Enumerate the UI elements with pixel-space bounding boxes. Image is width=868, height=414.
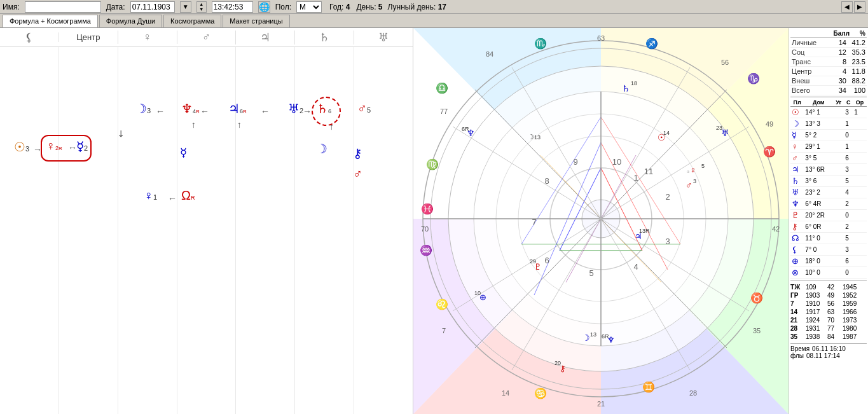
svg-text:6R: 6R — [462, 126, 469, 132]
planet-symbol: ♂ — [790, 153, 804, 164]
planet-c: 2 — [844, 221, 853, 233]
planet-row-item: ⊗10° 00 — [790, 267, 867, 279]
planet-angle — [833, 256, 844, 267]
phases-value: 08.11 17:14 — [806, 352, 840, 359]
planet-row-item: ♀29° 11 — [790, 141, 867, 153]
time-up-btn[interactable]: ▲ — [197, 2, 206, 7]
arrow-s-down: ← — [327, 123, 337, 132]
svg-text:21: 21 — [597, 400, 605, 408]
planet-or — [853, 221, 867, 233]
planet-angle — [833, 153, 844, 164]
bottom-data: ТЖ109421945ГР190349195271910561959141917… — [790, 283, 867, 341]
planet-symbol: ⚸ — [790, 244, 804, 256]
nav-right-btn[interactable]: ▶ — [854, 1, 865, 13]
astro-chart-svg: ♈ ♉ ♊ ♋ ♌ ♍ ♎ ♏ ♐ ♑ ♒ ♓ 63 56 4 — [413, 28, 789, 414]
date-input[interactable] — [130, 1, 175, 13]
planet-deg: 20° 2R — [804, 210, 833, 221]
node-jupiter: ♃6R — [228, 101, 247, 116]
bottom-lbl: 14 — [790, 308, 804, 315]
zodiac-taurus: ♉ — [750, 292, 763, 304]
planet-deg: 5° 2 — [804, 130, 833, 141]
bottom-v1: 1924 — [806, 317, 826, 324]
planet-angle — [833, 176, 844, 187]
time-input[interactable] — [212, 1, 253, 13]
planet-table-header-row: Пл Дом Уг С Ор — [790, 99, 867, 107]
planet-row-item: ⊕18° 06 — [790, 256, 867, 267]
arrow-neptune-down: ← — [189, 121, 199, 130]
planet-or — [853, 153, 867, 164]
node-northnode: ΩR — [181, 188, 195, 203]
planet-or — [853, 130, 867, 141]
zodiac-cancer: ♋ — [534, 387, 547, 399]
planet-or — [853, 198, 867, 210]
node-venus: ♀2R — [46, 139, 62, 153]
gender-select[interactable]: М Ж — [296, 1, 322, 13]
zodiac-pisces: ♓ — [421, 203, 434, 215]
svg-text:3: 3 — [693, 178, 696, 184]
planet-angle — [833, 164, 844, 176]
svg-text:1: 1 — [633, 173, 638, 183]
stats-label: Внеш — [792, 77, 830, 85]
planet-row-item: ♇20° 2R0 — [790, 210, 867, 221]
globe-btn[interactable]: 🌐 — [258, 1, 270, 13]
bottom-v3: 1966 — [843, 308, 857, 315]
tab-page-layout[interactable]: Макет страницы — [223, 15, 289, 27]
planet-col-4: ♂ — [177, 31, 236, 44]
node-mars: ♂5 — [357, 101, 371, 116]
bottom-v1: 1903 — [806, 292, 826, 299]
planet-table-divider — [790, 280, 867, 280]
tab-cosmogram[interactable]: Космограмма — [163, 15, 221, 27]
bottom-v3: 1952 — [843, 292, 857, 299]
bottom-v2: 84 — [827, 333, 841, 340]
stats-val2: 88.2 — [846, 77, 865, 85]
planet-deg: 14° 1 — [804, 107, 833, 118]
stats-rows-container: Личные1441.2Соц1235.3Транс823.5Центр411.… — [790, 38, 867, 95]
bottom-data-row: 281931771980 — [790, 324, 867, 333]
footer-section: Время 06.11 16:10 флы 08.11 17:14 — [790, 343, 867, 359]
planet-or — [853, 267, 867, 279]
planet-row-item: ♄3° 65 — [790, 176, 867, 187]
date-picker-btn[interactable]: ▼ — [180, 1, 191, 13]
planet-row-item: ☊11° 05 — [790, 233, 867, 244]
stats-val1: 4 — [830, 67, 846, 75]
svg-text:13R: 13R — [639, 228, 650, 234]
node-mercury2: ☿ — [180, 146, 187, 160]
tab-formula-soul[interactable]: Формула Души — [99, 15, 162, 27]
stats-val2: 23.5 — [846, 58, 865, 66]
planet-row-item: ⚷6° 0R2 — [790, 221, 867, 233]
bottom-v1: 109 — [806, 284, 826, 291]
stats-row: Внеш3088.2 — [790, 76, 867, 86]
svg-text:20: 20 — [555, 360, 561, 366]
time-down-btn[interactable]: ▼ — [197, 7, 206, 12]
zodiac-scorpio: ♏ — [534, 38, 547, 50]
chart-area: ♈ ♉ ♊ ♋ ♌ ♍ ♎ ♏ ♐ ♑ ♒ ♓ 63 56 4 — [413, 28, 789, 414]
footer-time-row: Время 06.11 16:10 — [790, 345, 867, 352]
node-uranus: ♅2 — [288, 101, 303, 116]
bottom-v2: 49 — [827, 292, 841, 299]
svg-text:9: 9 — [573, 157, 577, 167]
node-moon: ☽3 — [135, 101, 151, 116]
planet-c: 3 — [844, 107, 853, 118]
date-label: Дата: — [106, 3, 125, 11]
svg-text:29: 29 — [530, 258, 536, 265]
planet-symbol: ♆ — [790, 198, 804, 210]
stats-val1: 34 — [830, 86, 846, 94]
svg-text:14: 14 — [663, 130, 670, 136]
planet-deg: 6° 4R — [804, 198, 833, 210]
nav-left-btn[interactable]: ◀ — [841, 1, 853, 13]
planet-row-item: ♆6° 4R2 — [790, 198, 867, 210]
planet-symbol: ☊ — [790, 233, 804, 244]
col-c: С — [844, 99, 853, 107]
planet-angle — [833, 130, 844, 141]
stats-row: Центр411.8 — [790, 67, 867, 76]
tab-formula-cosmogram[interactable]: Формула + Космограмма — [3, 15, 98, 27]
svg-text:11: 11 — [644, 167, 653, 176]
svg-text:56: 56 — [721, 59, 729, 66]
svg-text:42: 42 — [772, 225, 780, 233]
gender-label: Пол: — [275, 3, 291, 11]
node-moon2: ☽ — [316, 141, 327, 156]
svg-text:77: 77 — [440, 107, 448, 115]
zodiac-libra: ♎ — [436, 82, 448, 94]
name-input[interactable] — [25, 1, 101, 13]
svg-text:☽13: ☽13 — [528, 133, 541, 141]
